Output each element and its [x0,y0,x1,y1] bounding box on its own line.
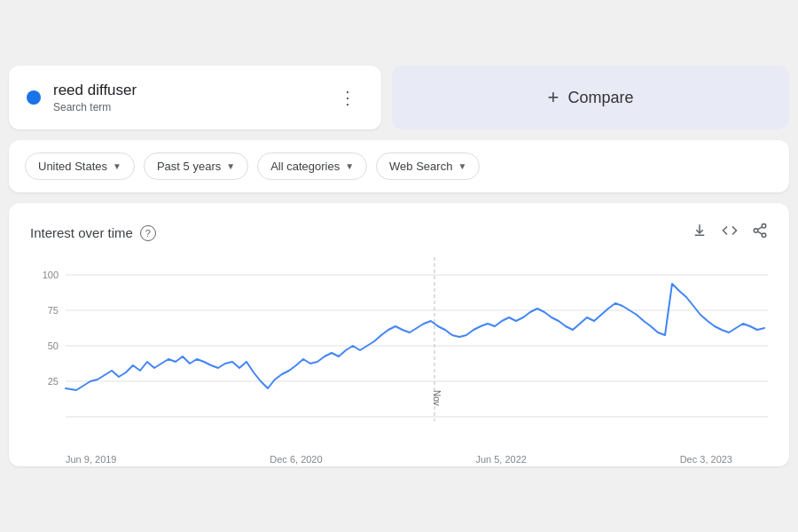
chart-area: 100 75 50 25 Nov Jun 9, 2019 Dec 6, 2020… [30,257,768,452]
compare-label: Compare [567,89,633,107]
chart-svg: 100 75 50 25 Nov [30,257,768,452]
more-options-button[interactable]: ⋮ [332,83,364,112]
location-chevron-icon: ▼ [113,161,121,171]
blue-dot-icon [27,90,41,105]
svg-point-2 [762,233,766,238]
x-label-2: Dec 6, 2020 [270,454,322,465]
compare-plus-icon: + [548,86,559,109]
download-icon[interactable] [692,223,708,243]
search-term-text: reed diffuser Search term [53,82,137,113]
category-filter-button[interactable]: All categories ▼ [257,153,367,180]
search-type-chevron-icon: ▼ [458,161,466,171]
chart-header: Interest over time ? [30,223,768,243]
search-term-left: reed diffuser Search term [27,82,137,113]
page-container: reed diffuser Search term ⋮ + Compare Un… [9,66,789,466]
time-chevron-icon: ▼ [226,161,235,171]
location-filter-label: United States [38,160,107,173]
filter-row: United States ▼ Past 5 years ▼ All categ… [9,140,789,192]
chart-card: Interest over time ? [9,203,789,466]
chart-title: Interest over time [30,225,133,240]
svg-text:Nov: Nov [432,390,442,406]
help-icon[interactable]: ? [140,225,156,241]
share-icon[interactable] [752,223,768,243]
time-filter-button[interactable]: Past 5 years ▼ [144,153,248,180]
embed-icon[interactable] [722,223,738,243]
svg-text:50: 50 [48,340,59,351]
term-label: Search term [53,101,137,113]
svg-point-0 [762,224,766,229]
search-type-filter-button[interactable]: Web Search ▼ [376,153,480,180]
search-term-card: reed diffuser Search term ⋮ [9,66,381,129]
svg-line-3 [757,231,762,234]
svg-text:75: 75 [48,305,59,316]
x-label-4: Dec 3, 2023 [680,454,732,465]
top-row: reed diffuser Search term ⋮ + Compare [9,66,789,129]
compare-inner: + Compare [548,86,634,109]
term-name: reed diffuser [53,82,137,99]
chart-actions [692,223,768,243]
category-filter-label: All categories [270,160,340,173]
category-chevron-icon: ▼ [345,161,354,171]
x-label-3: Jun 5, 2022 [475,454,527,465]
svg-text:100: 100 [43,270,59,280]
time-filter-label: Past 5 years [157,160,221,173]
x-label-1: Jun 9, 2019 [66,454,117,465]
svg-point-1 [754,229,758,233]
location-filter-button[interactable]: United States ▼ [25,153,135,180]
chart-title-area: Interest over time ? [30,225,156,241]
compare-card[interactable]: + Compare [392,66,789,129]
svg-text:25: 25 [48,376,59,387]
search-type-filter-label: Web Search [389,160,452,173]
svg-line-4 [757,227,762,230]
